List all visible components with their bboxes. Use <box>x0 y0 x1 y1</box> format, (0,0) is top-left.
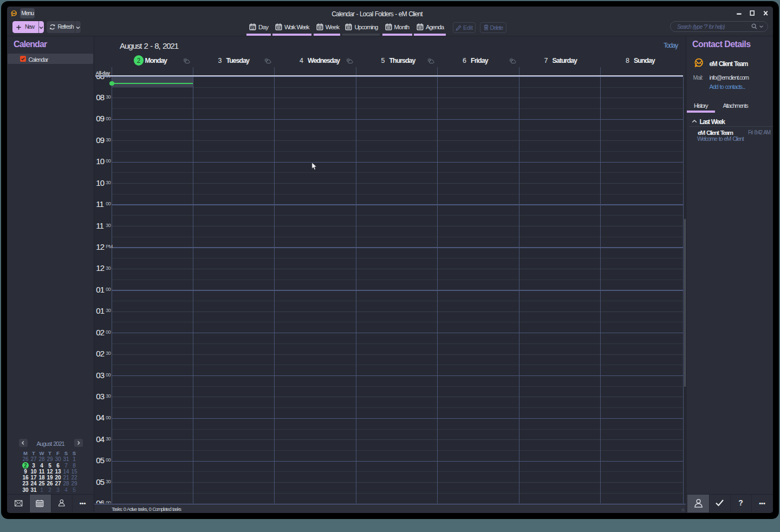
svg-text:12: 12 <box>251 27 255 30</box>
